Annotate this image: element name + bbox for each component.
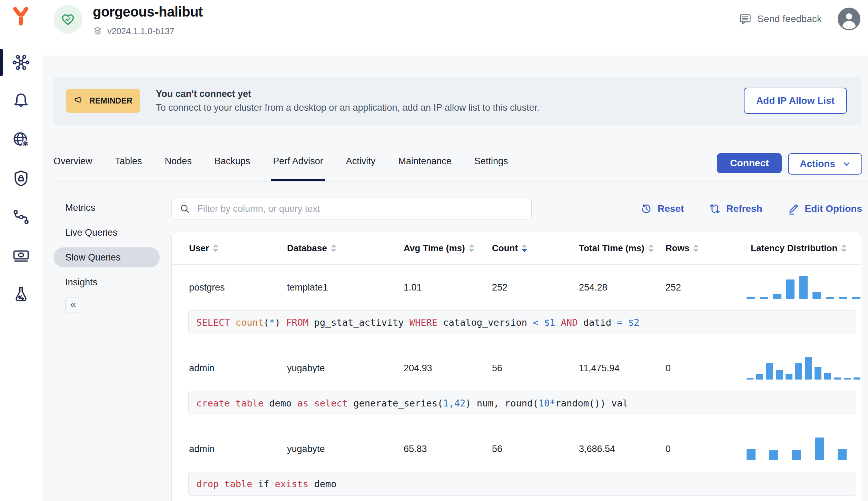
table-row[interactable]: postgrestemplate11.01252254.28252 bbox=[172, 265, 862, 310]
sort-icon bbox=[469, 244, 474, 252]
column-header-avg-time-ms[interactable]: Avg Time (ms) bbox=[404, 243, 492, 254]
column-header-total-time-ms[interactable]: Total Time (ms) bbox=[579, 243, 665, 254]
column-header-rows[interactable]: Rows bbox=[665, 243, 751, 254]
sidebar-item-network[interactable] bbox=[11, 130, 31, 149]
tab-settings[interactable]: Settings bbox=[474, 156, 508, 181]
sidebar-item-integrations[interactable] bbox=[11, 207, 31, 227]
refresh-button[interactable]: Refresh bbox=[709, 203, 762, 215]
tab-overview[interactable]: Overview bbox=[53, 156, 92, 181]
column-header-user[interactable]: User bbox=[189, 243, 287, 254]
globe-gear-icon bbox=[11, 130, 31, 150]
column-label: Rows bbox=[665, 243, 689, 254]
column-label: User bbox=[189, 243, 209, 254]
perf-subnav: MetricsLive QueriesSlow QueriesInsights … bbox=[53, 198, 171, 501]
histogram-bar bbox=[786, 374, 792, 380]
sidebar-item-alerts[interactable] bbox=[11, 91, 31, 111]
cell-rows: 0 bbox=[665, 363, 751, 374]
heart-check-icon bbox=[59, 10, 77, 28]
sql-token: < bbox=[533, 317, 544, 328]
sql-token: drop table bbox=[196, 479, 258, 489]
histogram-bar bbox=[786, 279, 795, 299]
table-row[interactable]: adminyugabyte204.935611,475.940 bbox=[172, 345, 862, 391]
histogram-bar bbox=[766, 363, 773, 380]
cluster-hub-icon bbox=[11, 52, 31, 72]
yugabyte-logo-icon[interactable] bbox=[10, 6, 31, 27]
tab-label: Perf Advisor bbox=[273, 156, 323, 166]
cell-count: 56 bbox=[492, 444, 579, 454]
sidebar-item-billing[interactable] bbox=[11, 246, 31, 265]
reset-label: Reset bbox=[658, 203, 684, 214]
column-header-database[interactable]: Database bbox=[287, 243, 404, 254]
sort-down-arrow bbox=[693, 249, 699, 252]
sort-up-arrow bbox=[213, 244, 218, 247]
tab-label: Maintenance bbox=[398, 156, 452, 166]
tab-backups[interactable]: Backups bbox=[215, 156, 250, 181]
tab-nodes[interactable]: Nodes bbox=[165, 156, 192, 181]
slow-queries-panel: Reset Refresh bbox=[171, 198, 868, 501]
subnav-item-slow-queries[interactable]: Slow Queries bbox=[53, 247, 160, 267]
histogram-bar bbox=[815, 367, 821, 380]
sidebar-item-labs[interactable] bbox=[11, 285, 31, 304]
sort-down-arrow bbox=[469, 249, 474, 252]
sql-token: 1,42 bbox=[443, 398, 465, 409]
cell-user: admin bbox=[189, 363, 287, 374]
sql-token: demo bbox=[269, 398, 297, 409]
sort-up-arrow bbox=[469, 244, 474, 247]
reset-button[interactable]: Reset bbox=[640, 203, 684, 215]
connect-button[interactable]: Connect bbox=[717, 153, 782, 173]
histogram-bar bbox=[844, 378, 851, 380]
column-header-count[interactable]: Count bbox=[492, 243, 579, 254]
query-row-group: adminyugabyte204.935611,475.940create ta… bbox=[172, 345, 862, 415]
cell-avg-time-ms: 1.01 bbox=[404, 282, 492, 293]
sql-token: 10 bbox=[539, 398, 550, 409]
tab-activity[interactable]: Activity bbox=[346, 156, 376, 181]
cell-count: 56 bbox=[492, 363, 579, 374]
user-avatar[interactable] bbox=[838, 8, 860, 30]
sql-token: * bbox=[550, 398, 555, 409]
refresh-icon bbox=[709, 203, 721, 215]
edit-options-button[interactable]: Edit Options bbox=[787, 203, 862, 215]
latency-histogram bbox=[747, 276, 860, 299]
histogram-bar bbox=[834, 377, 841, 380]
tab-perf-advisor[interactable]: Perf Advisor bbox=[273, 156, 323, 181]
subnav-item-metrics[interactable]: Metrics bbox=[53, 198, 160, 218]
version-label: v2024.1.1.0-b137 bbox=[107, 26, 175, 36]
query-row-group: adminyugabyte65.83563,686.540drop table … bbox=[172, 426, 862, 496]
tab-maintenance[interactable]: Maintenance bbox=[398, 156, 452, 181]
sort-down-arrow bbox=[213, 249, 218, 252]
query-text: drop table if exists demo bbox=[188, 472, 856, 496]
tab-label: Tables bbox=[115, 156, 142, 166]
table-row[interactable]: adminyugabyte65.83563,686.540 bbox=[172, 426, 862, 472]
sort-up-arrow bbox=[693, 244, 699, 247]
sql-token: = bbox=[617, 317, 628, 328]
sql-token: count bbox=[236, 317, 264, 328]
sql-token: catalog_version bbox=[443, 317, 533, 328]
sidebar-item-clusters[interactable] bbox=[11, 53, 31, 72]
histogram-bar bbox=[769, 450, 778, 460]
sidebar-item-security[interactable] bbox=[11, 169, 31, 188]
add-ip-allow-list-button[interactable]: Add IP Allow List bbox=[744, 88, 847, 114]
banknote-icon bbox=[11, 246, 31, 265]
collapse-sidebar-button[interactable]: « bbox=[65, 297, 81, 313]
tab-label: Backups bbox=[215, 156, 250, 166]
edit-pencil-icon bbox=[787, 203, 800, 215]
sql-token: if bbox=[258, 479, 275, 489]
toolbar-links: Reset Refresh bbox=[640, 203, 862, 215]
table-body: postgrestemplate11.01252254.28252SELECT … bbox=[172, 265, 862, 496]
subnav-item-insights[interactable]: Insights bbox=[53, 272, 160, 292]
sort-up-arrow bbox=[331, 244, 336, 247]
histogram-bar bbox=[792, 450, 801, 460]
sql-token: ) num, round( bbox=[465, 398, 538, 409]
table-header-row: UserDatabaseAvg Time (ms)CountTotal Time… bbox=[172, 232, 862, 265]
cell-database: yugabyte bbox=[287, 444, 404, 454]
sort-up-arrow bbox=[841, 244, 847, 247]
slow-queries-table: UserDatabaseAvg Time (ms)CountTotal Time… bbox=[171, 232, 862, 501]
subnav-item-live-queries[interactable]: Live Queries bbox=[53, 223, 160, 243]
histogram-bar bbox=[756, 374, 763, 380]
actions-button[interactable]: Actions bbox=[788, 153, 862, 175]
column-header-latency-distribution[interactable]: Latency Distribution bbox=[751, 243, 856, 254]
send-feedback-button[interactable]: Send feedback bbox=[738, 12, 822, 26]
tab-tables[interactable]: Tables bbox=[115, 156, 142, 181]
filter-input[interactable] bbox=[197, 203, 524, 215]
sql-token: random()) val bbox=[555, 398, 628, 409]
